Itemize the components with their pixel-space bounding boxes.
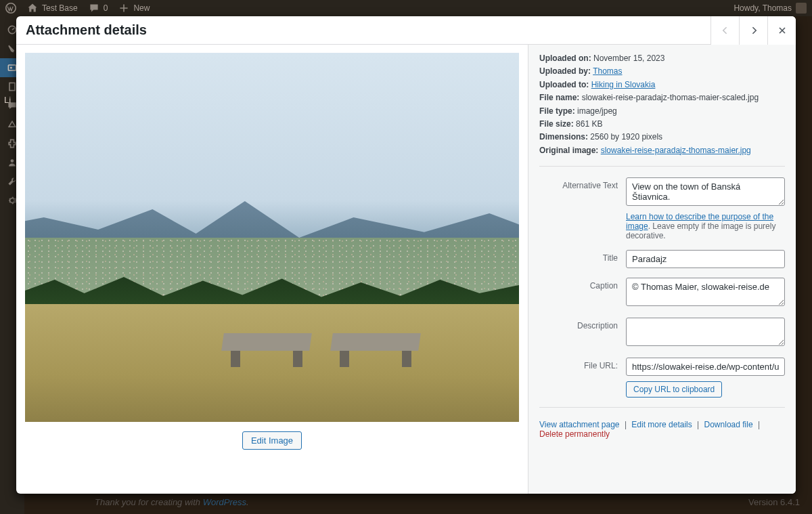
modal-title: Attachment details	[16, 22, 710, 38]
original-image-link[interactable]: slowakei-reise-paradajz-thomas-maier.jpg	[601, 146, 751, 155]
avatar	[796, 3, 807, 14]
attachment-actions: View attachment page | Edit more details…	[539, 420, 785, 439]
meta-uploaded-by: Uploaded by: Thomas	[539, 66, 785, 77]
edit-image-button[interactable]: Edit Image	[242, 431, 302, 450]
svg-point-5	[11, 159, 14, 163]
site-name-text: Test Base	[42, 3, 78, 13]
footer-thanks: Thank you for creating with WordPress.	[95, 497, 249, 507]
view-attachment-link[interactable]: View attachment page	[539, 420, 620, 429]
download-file-link[interactable]: Download file	[704, 420, 753, 429]
attachment-preview-image	[25, 53, 519, 422]
delete-permanently-link[interactable]: Delete permanently	[539, 429, 610, 439]
site-name[interactable]: Test Base	[22, 0, 83, 16]
details-pane: Uploaded on: November 15, 2023 Uploaded …	[528, 45, 796, 494]
alt-text-input[interactable]: View on the town of Banská Štiavnica.	[626, 177, 785, 206]
wordpress-link[interactable]: WordPress	[203, 497, 246, 507]
title-label: Title	[539, 250, 626, 268]
file-url-label: File URL:	[539, 358, 626, 398]
uploaded-to-link[interactable]: Hiking in Slovakia	[591, 80, 656, 89]
file-url-input[interactable]	[626, 358, 785, 376]
alt-text-helper: Learn how to describe the purpose of the…	[626, 212, 785, 240]
preview-pane: Edit Image	[16, 45, 528, 494]
chevron-left-icon	[720, 25, 731, 36]
new-content[interactable]: New	[113, 0, 155, 16]
svg-rect-4	[9, 83, 15, 90]
modal-header: Attachment details	[16, 16, 796, 45]
alt-text-label: Alternative Text	[539, 177, 626, 240]
meta-file-size: File size: 861 KB	[539, 119, 785, 130]
chevron-right-icon	[748, 25, 759, 36]
admin-bar: Test Base 0 New Howdy, Thomas	[0, 0, 812, 16]
new-label: New	[133, 3, 150, 13]
svg-point-3	[10, 66, 12, 68]
howdy-text: Howdy, Thomas	[734, 3, 792, 13]
meta-file-name: File name: slowakei-reise-paradajz-thoma…	[539, 92, 785, 104]
meta-uploaded-to: Uploaded to: Hiking in Slovakia	[539, 79, 785, 91]
caption-label: Caption	[539, 278, 626, 308]
meta-uploaded-on: Uploaded on: November 15, 2023	[539, 53, 785, 64]
title-input[interactable]	[626, 250, 785, 268]
meta-file-type: File type: image/jpeg	[539, 106, 785, 117]
uploaded-by-link[interactable]: Thomas	[593, 66, 622, 76]
copy-url-button[interactable]: Copy URL to clipboard	[626, 381, 722, 398]
howdy-account[interactable]: Howdy, Thomas	[734, 3, 812, 14]
meta-original-image: Original image: slowakei-reise-paradajz-…	[539, 145, 785, 156]
next-attachment-button[interactable]	[739, 16, 767, 45]
footer-version: Version 6.4.1	[748, 497, 800, 507]
description-label: Description	[539, 318, 626, 348]
meta-dimensions: Dimensions: 2560 by 1920 pixels	[539, 131, 785, 143]
library-heading: Li	[4, 95, 11, 105]
attachment-details-modal: Attachment details Edit Image Uploade	[16, 16, 796, 494]
description-input[interactable]	[626, 318, 785, 346]
wp-logo[interactable]	[0, 0, 22, 16]
prev-attachment-button	[710, 16, 739, 45]
comments-count: 0	[104, 3, 108, 13]
close-icon	[777, 25, 788, 36]
close-modal-button[interactable]	[767, 16, 796, 45]
caption-input[interactable]: © Thomas Maier, slowakei-reise.de	[626, 278, 785, 306]
edit-more-details-link[interactable]: Edit more details	[631, 420, 692, 429]
comments[interactable]: 0	[83, 0, 114, 16]
